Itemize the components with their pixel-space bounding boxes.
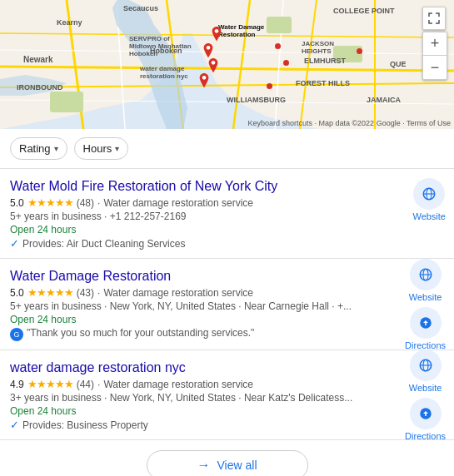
svg-point-18 [212, 61, 216, 65]
map-label-wdnyc: water damagerestoration nyc [140, 65, 188, 80]
map-zoom-in-button[interactable]: + [423, 32, 447, 56]
map-dot-2 [283, 60, 289, 66]
website-button-1[interactable]: Website [412, 178, 446, 221]
listing-provides-1: ✓ Provides: Air Duct Cleaning Services [10, 237, 377, 250]
map-label-elmhurst: ELMHURST [304, 57, 346, 65]
listing-stars-2: ★★★★★ [27, 286, 73, 299]
listing-review-count-2: (43) [77, 287, 94, 299]
listing-type-3: Water damage restoration service [103, 379, 253, 390]
map-label-water-damage: Water DamageRestoration [218, 23, 264, 38]
listing-review-count-3: (44) [77, 379, 94, 390]
listings-container: Water Mold Fire Restoration of New York … [0, 169, 454, 440]
listing-meta-3: 3+ years in business · New York, NY, Uni… [10, 392, 377, 404]
listing-stars-3: ★★★★★ [27, 378, 73, 390]
directions-icon-circle-3 [410, 398, 442, 429]
website-label-1: Website [412, 211, 446, 221]
map-label-forest-hills: FOREST HILLS [296, 79, 350, 87]
listing-stars-row-3: 4.9 ★★★★★ (44) · Water damage restoratio… [10, 378, 377, 390]
listing-rating-3: 4.9 [10, 379, 24, 390]
hours-filter-button[interactable]: Hours ▾ [74, 137, 129, 160]
listing-status-1: Open 24 hours [10, 224, 377, 236]
directions-button-2[interactable]: Directions [405, 307, 446, 350]
hours-chevron-icon: ▾ [115, 144, 119, 153]
listing-stars-row-2: 5.0 ★★★★★ (43) · Water damage restoratio… [10, 286, 377, 299]
listing-item-2: Water Damage Restoration 5.0 ★★★★★ (43) … [0, 259, 454, 350]
listing-review-2: G "Thank you so much for your outstandin… [10, 327, 377, 341]
svg-point-16 [215, 29, 219, 33]
website-icon-circle-2 [410, 259, 442, 290]
listing-title-1[interactable]: Water Mold Fire Restoration of New York … [10, 179, 377, 194]
map-dot-3 [267, 83, 272, 89]
map-label-que: QUE [390, 60, 407, 68]
map-label-secaucus: Secaucus [123, 4, 158, 12]
map-pin-4[interactable] [197, 73, 211, 90]
listing-actions-3: Website Directions [405, 350, 446, 441]
listing-title-2[interactable]: Water Damage Restoration [10, 269, 377, 284]
map-expand-button[interactable] [422, 7, 446, 30]
map-zoom-controls: + − [422, 32, 447, 80]
filters-bar: Rating ▾ Hours ▾ [0, 129, 454, 169]
map-label-newark: Newark [23, 55, 53, 64]
listing-review-count-1: (48) [77, 197, 94, 209]
map-label-williamsburg: WILLIAMSBURG [227, 96, 286, 104]
map-label-kearny: Kearny [57, 18, 82, 27]
listing-title-3[interactable]: water damage restoration nyc [10, 360, 377, 375]
listing-stars-1: ★★★★★ [27, 196, 73, 209]
listing-type-2: Water damage restoration service [103, 287, 253, 299]
map-dot-1 [275, 43, 281, 49]
rating-filter-button[interactable]: Rating ▾ [10, 137, 67, 160]
listing-meta-2: 5+ years in business · New York, NY, Uni… [10, 300, 377, 312]
listing-provides-3: ✓ Provides: Business Property [10, 419, 377, 431]
check-icon-1: ✓ [10, 237, 19, 250]
svg-rect-14 [267, 17, 292, 33]
listing-meta-1: 5+ years in business · +1 212-257-2169 [10, 211, 377, 222]
map-pin-3[interactable] [207, 58, 220, 75]
view-all-label: View all [217, 459, 257, 472]
map-label-hoboken: Hoboken [150, 47, 182, 55]
listing-rating-1: 5.0 [10, 197, 24, 209]
rating-filter-label: Rating [19, 142, 51, 155]
listing-status-2: Open 24 hours [10, 314, 377, 325]
listing-actions-2: Website Directions [405, 259, 446, 350]
listing-stars-row-1: 5.0 ★★★★★ (48) · Water damage restoratio… [10, 196, 377, 209]
svg-rect-13 [50, 92, 83, 112]
rating-chevron-icon: ▾ [54, 144, 58, 153]
svg-point-19 [202, 76, 207, 80]
directions-button-3[interactable]: Directions [405, 398, 446, 441]
review-avatar-2: G [10, 328, 23, 341]
view-all-arrow-icon: → [197, 458, 211, 473]
map-dot-4 [357, 48, 362, 54]
map-footer: Keyboard shortcuts · Map data ©2022 Goog… [247, 119, 451, 127]
map-pin-2[interactable] [202, 43, 215, 60]
website-label-3: Website [409, 383, 442, 393]
listing-status-3: Open 24 hours [10, 405, 377, 417]
view-all-container: → View all [0, 440, 454, 476]
website-button-3[interactable]: Website [409, 350, 442, 393]
listing-type-1: Water damage restoration service [103, 197, 253, 209]
directions-label-3: Directions [405, 431, 446, 441]
website-icon-circle-1 [413, 178, 445, 210]
listing-item-3: water damage restoration nyc 4.9 ★★★★★ (… [0, 350, 454, 440]
listing-rating-2: 5.0 [10, 287, 24, 299]
directions-icon-circle-2 [410, 307, 442, 339]
map-controls: + − [422, 7, 447, 80]
hours-filter-label: Hours [83, 142, 112, 155]
listing-actions-1: Website [412, 178, 446, 221]
map-label-jamaica: JAMAICA [367, 96, 401, 104]
svg-point-17 [207, 46, 211, 50]
website-label-2: Website [409, 292, 442, 302]
view-all-button[interactable]: → View all [147, 450, 308, 476]
map-pin-1[interactable] [210, 27, 223, 43]
listing-item-1: Water Mold Fire Restoration of New York … [0, 169, 454, 259]
website-button-2[interactable]: Website [409, 259, 442, 302]
check-icon-3: ✓ [10, 419, 19, 431]
website-icon-circle-3 [410, 350, 442, 381]
map-area: Secaucus Kearny Water DamageRestoration … [0, 0, 454, 129]
map-label-ironbound: IRONBOUND [17, 83, 63, 92]
map-label-jackson: JACKSONHEIGHTS [302, 40, 334, 55]
map-zoom-out-button[interactable]: − [423, 56, 447, 79]
map-label-college-point: COLLEGE POINT [333, 7, 395, 15]
